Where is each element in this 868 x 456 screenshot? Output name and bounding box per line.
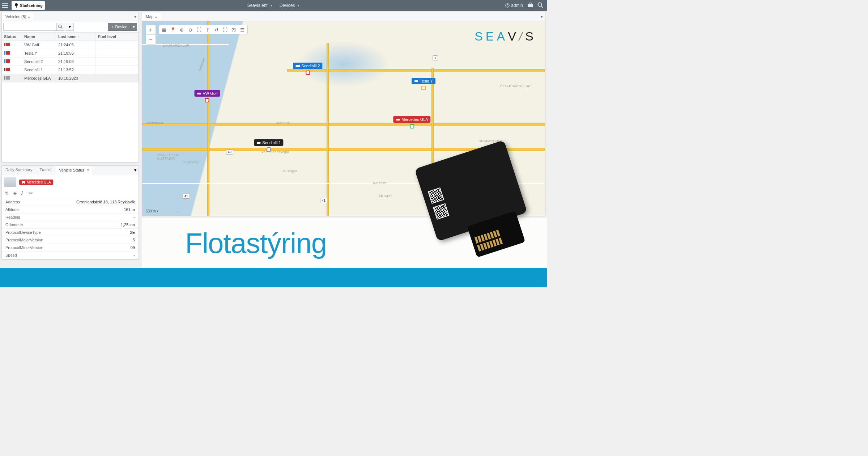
- vehicles-panel: Vehicles (5) ▾ ▾ + Device: [1, 12, 139, 162]
- svg-point-8: [22, 183, 23, 184]
- refresh-icon[interactable]: ↺: [212, 25, 221, 34]
- col-fuel[interactable]: Fuel level: [96, 33, 139, 41]
- marker-sendibill1[interactable]: Sendibíll 1: [254, 139, 283, 152]
- menu-icon[interactable]: [155, 14, 157, 19]
- top-nav: Seavis ehf Devices: [247, 3, 300, 8]
- road-label: Rofabær: [373, 181, 387, 185]
- marker-teslay[interactable]: Tesla Y: [412, 78, 435, 90]
- sidebar: Vehicles (5) ▾ ▾ + Device: [1, 12, 139, 259]
- road-label: Sogavegur: [183, 160, 201, 164]
- detail-row: ProtocolMajorVersion5: [2, 236, 139, 244]
- area-label: ÁRBÆR: [379, 194, 392, 198]
- svg-point-6: [59, 25, 61, 28]
- car-icon: [21, 180, 26, 184]
- search-button[interactable]: [56, 23, 64, 31]
- zoom-in-button[interactable]: +: [146, 25, 156, 35]
- logo-text: Staðsetning: [20, 3, 43, 8]
- route-badge: 49: [226, 149, 233, 155]
- svg-rect-12: [257, 142, 260, 144]
- search-options[interactable]: ▾: [66, 23, 74, 31]
- app-logo: Staðsetning: [12, 1, 45, 10]
- upload-icon[interactable]: ⤴: [21, 190, 24, 196]
- map-toolbar: ▦ 📍 ⊕ ⊖ ⛶ ⇪ ↺ ⛶ ?⃣ ☰: [159, 25, 248, 34]
- nav-org[interactable]: Seavis ehf: [247, 3, 272, 8]
- add-device-button[interactable]: + Device: [108, 23, 131, 31]
- pin-icon[interactable]: 📍: [169, 25, 177, 34]
- detail-panel: Daily Summary Tracks Vehicle Status ▾ Me…: [1, 165, 139, 259]
- detail-row: Altitude161 m: [2, 206, 139, 214]
- obd-device-image: [409, 145, 532, 269]
- tab-tracks[interactable]: Tracks: [36, 166, 55, 175]
- top-right: admin: [505, 2, 547, 9]
- menu-icon[interactable]: [0, 0, 10, 10]
- upload-icon[interactable]: ⇪: [203, 25, 212, 34]
- svg-point-5: [538, 3, 542, 6]
- help-icon[interactable]: ?⃣: [229, 25, 238, 34]
- route-badge: 1: [433, 55, 438, 60]
- svg-rect-10: [197, 93, 201, 94]
- menu-icon[interactable]: [27, 14, 30, 19]
- share-icon[interactable]: ⫘: [28, 190, 33, 196]
- top-bar: Staðsetning Seavis ehf Devices admin: [0, 0, 547, 11]
- add-device-options[interactable]: ▾: [131, 23, 137, 31]
- nav-devices[interactable]: Devices: [280, 3, 300, 8]
- tab-daily-summary[interactable]: Daily Summary: [2, 166, 36, 175]
- user-menu[interactable]: admin: [505, 3, 523, 8]
- collapse-icon[interactable]: ▾: [132, 14, 139, 19]
- vehicle-badge: Mercedes GLA: [19, 180, 53, 185]
- table-row[interactable]: Sendibíll 121:13:52: [2, 66, 139, 74]
- zoom-out-button[interactable]: −: [146, 35, 156, 44]
- marker-mercedes[interactable]: Mercedes GLA: [393, 116, 430, 128]
- banner-title: Flotastýring: [185, 227, 327, 260]
- svg-rect-14: [396, 119, 400, 121]
- road-label: Stórhöfði: [276, 121, 291, 125]
- toolbox-icon[interactable]: [527, 3, 533, 9]
- map-tab[interactable]: Map: [142, 13, 161, 20]
- route-icon[interactable]: ↯: [5, 190, 9, 196]
- zoom-out-icon[interactable]: ⊖: [186, 25, 195, 34]
- svg-rect-11: [295, 65, 300, 67]
- col-last-seen[interactable]: Last seen ↑: [56, 33, 96, 41]
- road-label: Miklabraut: [146, 121, 163, 125]
- vehicles-tab[interactable]: Vehicles (5): [2, 13, 34, 20]
- marker-vwgolf[interactable]: VW Golf: [195, 90, 220, 102]
- detail-list: AddressGrænlandsleið 18, 113 ReykjavíkAl…: [2, 198, 139, 259]
- table-row[interactable]: Mercedes GLA10.10.2023: [2, 74, 139, 83]
- col-name[interactable]: Name: [22, 33, 56, 41]
- car-icon: [197, 92, 201, 95]
- fullscreen-icon[interactable]: ⛶: [221, 25, 229, 34]
- marker-sendibill2[interactable]: Sendibíll 2: [293, 63, 322, 75]
- map-scale: 500 m: [146, 209, 179, 213]
- table-row[interactable]: VW Golf21:24:05: [2, 41, 139, 49]
- vehicles-grid-body: VW Golf21:24:05Tesla Y21:19:56Sendibíll …: [2, 41, 139, 83]
- grid-icon[interactable]: ▦: [160, 25, 169, 34]
- sort-asc-icon: ↑: [78, 35, 80, 38]
- area-label: HÁALEITI OG BÚSTAÐIR: [157, 153, 180, 160]
- detail-row: Speed-: [2, 252, 139, 259]
- detail-row: AddressGrænlandsleið 18, 113 Reykjavík: [2, 198, 139, 206]
- locate-icon[interactable]: ◈: [13, 190, 17, 196]
- route-badge: 41: [183, 194, 190, 199]
- vehicles-grid-header: Status Name Last seen ↑ Fuel level: [2, 33, 139, 41]
- road-label: Strengur: [283, 169, 297, 173]
- van-icon: [295, 64, 300, 68]
- detail-row: ProtocolDeviceType2E: [2, 229, 139, 236]
- area-label: ÚLFARSÁRDALUR: [500, 84, 531, 88]
- tab-vehicle-status[interactable]: Vehicle Status: [55, 166, 93, 175]
- collapse-icon[interactable]: ▾: [539, 14, 545, 19]
- vehicles-toolbar: ▾ + Device ▾: [2, 21, 139, 33]
- table-row[interactable]: Sendibíll 221:19:08: [2, 58, 139, 66]
- search-icon[interactable]: [537, 2, 543, 9]
- col-status[interactable]: Status: [2, 33, 22, 41]
- detail-row: Odometer1,25 km: [2, 221, 139, 229]
- menu-icon[interactable]: [87, 168, 89, 172]
- area-label: LAUGARDALUR: [163, 44, 190, 47]
- footer-strip: [0, 268, 547, 287]
- table-row[interactable]: Tesla Y21:19:56: [2, 49, 139, 58]
- fit-icon[interactable]: ⛶: [195, 25, 203, 34]
- collapse-icon[interactable]: ▾: [132, 166, 139, 175]
- vehicle-thumbnail: [4, 177, 16, 187]
- layers-icon[interactable]: ☰: [238, 25, 247, 34]
- search-input[interactable]: [3, 23, 56, 31]
- zoom-in-icon[interactable]: ⊕: [177, 25, 186, 34]
